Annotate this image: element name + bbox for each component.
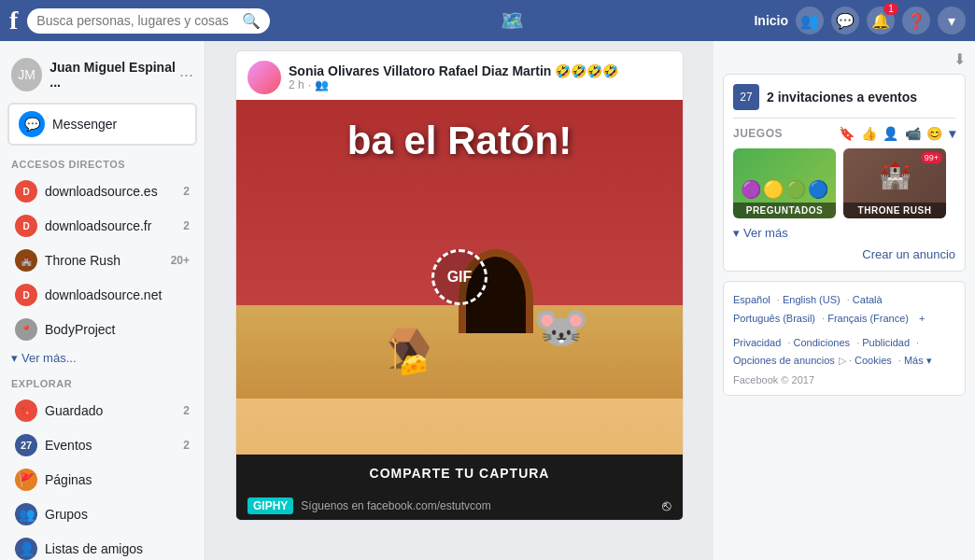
lang-francais[interactable]: Français (France) — [827, 313, 909, 324]
paginas-label: Páginas — [45, 472, 190, 487]
guardado-badge: 2 — [183, 404, 190, 417]
sidebar-item-downloadsource-fr[interactable]: D downloadsource.fr 2 — [4, 209, 201, 243]
throne-rush-icon: 🏰 — [15, 249, 37, 272]
search-bar[interactable]: 🔍 — [27, 8, 270, 34]
invitations-section: 27 2 invitaciones a eventos JUEGOS 🔖 👍 👤… — [723, 74, 966, 272]
post-source-bar: GIPHY Síguenos en facebook.com/estutvcom… — [236, 492, 683, 520]
lang-portugues[interactable]: Português (Brasil) — [733, 313, 815, 324]
user-avatar: JM — [11, 58, 42, 91]
gif-mouse-character: 🐭 — [533, 301, 589, 354]
explorar-label: EXPLORAR — [0, 369, 205, 393]
invitations-text: 2 invitaciones a eventos — [767, 90, 917, 105]
downloadsource-net-icon: D — [15, 284, 37, 306]
like-icon[interactable]: 👍 — [861, 126, 878, 141]
games-grid: 🟣 🟡 🟢 🔵 PREGUNTADOS 🏰 THRONE RUSH 99+ — [733, 148, 955, 218]
downloadsource-fr-label: downloadsource.fr — [45, 218, 183, 233]
lang-english[interactable]: English (US) — [783, 294, 841, 305]
smiley-icon[interactable]: 😊 — [926, 126, 943, 141]
bookmark-icon[interactable]: 🔖 — [839, 126, 855, 141]
ver-mas-games-button[interactable]: ▾ Ver más — [733, 226, 955, 240]
calendar-icon: 27 — [733, 84, 759, 110]
cookies-link[interactable]: Cookies — [855, 355, 892, 366]
right-sidebar: ⬇ 27 2 invitaciones a eventos JUEGOS 🔖 👍… — [714, 41, 975, 560]
sidebar-item-throne-rush[interactable]: 🏰 Throne Rush 20+ — [4, 244, 201, 277]
share-icon[interactable]: ⎋ — [662, 497, 671, 514]
left-sidebar: JM Juan Miguel Espinal ... ··· 💬 Messeng… — [0, 41, 205, 560]
facebook-logo[interactable]: f — [9, 6, 18, 35]
video-icon[interactable]: 📹 — [905, 126, 922, 141]
throne-rush-label: THRONE RUSH — [843, 203, 946, 218]
nav-right: Inicio 👥 💬 🔔 1 ❓ ▾ — [754, 7, 966, 35]
sidebar-options-icon[interactable]: ··· — [179, 65, 193, 85]
sidebar-item-grupos[interactable]: 👥 Grupos — [4, 497, 201, 531]
lang-catala[interactable]: Català — [853, 294, 883, 305]
condiciones-link[interactable]: Condiciones — [794, 337, 851, 348]
more-languages-button[interactable]: + — [919, 313, 925, 324]
lang-espanol[interactable]: Español — [733, 294, 770, 305]
footer-copyright: Facebook © 2017 — [733, 374, 955, 385]
post-bottom-bar: COMPARTE TU CAPTURA — [236, 455, 683, 492]
sidebar-item-paginas[interactable]: 🚩 Páginas — [4, 463, 201, 497]
privacidad-link[interactable]: Privacidad — [733, 337, 781, 348]
giphy-logo: GIPHY — [247, 497, 293, 514]
post-image-container: ba el Ratón! 🐭 🪤 🧀 GIF COMPARTE TU CAPTU… — [236, 100, 683, 520]
grupos-label: Grupos — [45, 507, 190, 522]
game-throne-rush[interactable]: 🏰 THRONE RUSH 99+ — [843, 148, 946, 218]
messenger-button[interactable]: 💬 Messenger — [7, 103, 197, 146]
top-navigation: f 🔍 🗺️ Inicio 👥 💬 🔔 1 ❓ ▾ — [0, 0, 975, 41]
sidebar-user-profile[interactable]: JM Juan Miguel Espinal ... ··· — [0, 50, 205, 99]
messenger-logo-icon: 💬 — [19, 111, 45, 137]
notifications-icon[interactable]: 🔔 1 — [867, 7, 895, 35]
ver-mas-accesos-button[interactable]: ▾ Ver más... — [0, 347, 205, 369]
sidebar-item-bodyproject[interactable]: 📍 BodyProject — [4, 313, 201, 346]
opciones-anuncios-link[interactable]: Opciones de anuncios — [733, 355, 835, 366]
bodyproject-label: BodyProject — [45, 322, 190, 337]
preguntados-label: PREGUNTADOS — [733, 203, 836, 218]
game-preguntados[interactable]: 🟣 🟡 🟢 🔵 PREGUNTADOS — [733, 148, 836, 218]
sidebar-item-guardado[interactable]: 🔖 Guardado 2 — [4, 394, 201, 427]
messenger-container: 💬 Messenger — [0, 103, 205, 146]
bodyproject-icon: 📍 — [15, 318, 37, 341]
throne-rush-label: Throne Rush — [45, 253, 171, 268]
listas-amigos-icon: 👤 — [15, 538, 37, 560]
gif-cheese: 🧀 — [400, 352, 428, 378]
add-friend-icon[interactable]: 👤 — [883, 126, 899, 141]
char-blue: 🔵 — [808, 179, 828, 200]
eventos-badge: 2 — [183, 439, 190, 452]
notifications-badge: 1 — [883, 3, 898, 15]
home-button[interactable]: Inicio — [754, 7, 788, 35]
crear-anuncio-button[interactable]: Crear un anuncio — [733, 247, 955, 261]
search-input[interactable] — [36, 13, 242, 28]
download-icon[interactable]: ⬇ — [954, 50, 966, 68]
messenger-icon[interactable]: 💬 — [831, 7, 859, 35]
sidebar-item-downloadsource-net[interactable]: D downloadsource.net — [4, 278, 201, 312]
publicidad-link[interactable]: Publicidad — [862, 337, 910, 348]
juegos-action-icons: 🔖 👍 👤 📹 😊 ▾ — [839, 126, 955, 141]
post-author-avatar — [247, 61, 281, 94]
accesos-directos-label: ACCESOS DIRECTOS — [0, 149, 205, 174]
user-name: Juan Miguel Espinal ... — [49, 60, 179, 90]
search-icon: 🔍 — [242, 12, 261, 30]
throne-rush-badge: 99+ — [921, 152, 942, 163]
guardado-icon: 🔖 — [15, 399, 37, 422]
downloadsource-fr-badge: 2 — [183, 219, 190, 232]
char-yellow: 🟡 — [763, 179, 784, 200]
help-icon[interactable]: ❓ — [902, 7, 930, 35]
eventos-label: Eventos — [45, 438, 183, 453]
sidebar-item-listas-amigos[interactable]: 👤 Listas de amigos — [4, 532, 201, 560]
nav-dropdown-icon[interactable]: ▾ — [938, 7, 966, 35]
nav-center: 🗺️ — [270, 0, 754, 41]
ver-mas-accesos-label: Ver más... — [21, 351, 77, 365]
nav-map-icon[interactable]: 🗺️ — [482, 0, 543, 41]
friends-icon[interactable]: 👥 — [796, 7, 824, 35]
downloadsource-es-label: downloadsource.es — [45, 184, 183, 199]
page-layout: JM Juan Miguel Espinal ... ··· 💬 Messeng… — [0, 41, 975, 560]
listas-amigos-label: Listas de amigos — [45, 541, 190, 556]
chevron-down-icon[interactable]: ▾ — [949, 126, 956, 141]
juegos-label: JUEGOS 🔖 👍 👤 📹 😊 ▾ — [733, 126, 955, 141]
sidebar-item-eventos[interactable]: 27 Eventos 2 — [4, 428, 201, 462]
downloadsource-fr-icon: D — [15, 215, 37, 237]
mas-link[interactable]: Más ▾ — [904, 355, 932, 366]
sidebar-item-downloadsource-es[interactable]: D downloadsource.es 2 — [4, 175, 201, 208]
gif-badge[interactable]: GIF — [431, 249, 488, 305]
